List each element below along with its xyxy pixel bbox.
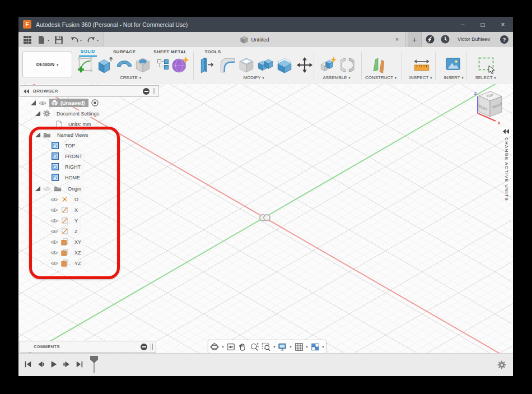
ribbon-divider <box>193 52 194 80</box>
document-tab[interactable]: Untitled × <box>104 32 406 47</box>
expander-icon[interactable] <box>35 111 40 116</box>
design-caret-icon: ▾ <box>57 63 58 67</box>
timeline-marker-handle[interactable] <box>90 356 98 363</box>
redo-caret-icon[interactable]: ▾ <box>97 38 99 42</box>
browser-panel-header[interactable]: BROWSER <box>20 85 159 97</box>
insert-group-label[interactable]: INSERT▾ <box>436 75 471 80</box>
display-settings-caret-icon[interactable]: ▾ <box>290 345 291 349</box>
inspect-caret-icon: ▾ <box>430 76 432 80</box>
redo-icon[interactable] <box>87 35 96 44</box>
user-account-name[interactable]: Victor Buhteev <box>458 36 490 42</box>
construction-plane-icon[interactable] <box>372 56 386 74</box>
collapse-left-icon[interactable] <box>503 129 510 134</box>
activate-radio-icon[interactable] <box>91 99 99 106</box>
select-label-text: SELECT <box>475 75 492 80</box>
measure-icon[interactable] <box>413 58 431 73</box>
document-tab-title: Untitled <box>251 36 269 43</box>
orbit-icon[interactable] <box>210 342 219 351</box>
origin-marker[interactable] <box>263 214 270 221</box>
press-pull-icon[interactable] <box>199 56 216 74</box>
hole-icon[interactable] <box>134 56 151 74</box>
select-caret-icon: ▾ <box>494 76 496 80</box>
create-group-label[interactable]: CREATE▾ <box>108 75 153 80</box>
tab-sheet-metal[interactable]: SHEET METAL <box>152 48 188 56</box>
tab-surface[interactable]: SURFACE <box>111 48 137 56</box>
new-tab-button[interactable]: + <box>408 32 422 47</box>
file-menu-caret-icon[interactable]: ▾ <box>48 38 49 42</box>
move-icon[interactable] <box>297 56 312 74</box>
assemble-group-label[interactable]: ASSEMBLE▾ <box>312 75 361 80</box>
tab-tools[interactable]: TOOLS <box>203 48 222 56</box>
navigation-toolbar: ▾ ▾ ▾ ▾ ▾ <box>208 340 326 354</box>
change-active-units-panel[interactable]: CHANGE ACTIVE UNITS <box>500 129 513 213</box>
browser-minimize-icon[interactable] <box>143 88 150 95</box>
create-form-icon[interactable] <box>171 56 189 74</box>
viewports-caret-icon[interactable]: ▾ <box>323 345 324 349</box>
combine-icon[interactable] <box>256 56 274 74</box>
select-group-label[interactable]: SELECT▾ <box>468 75 503 80</box>
inspect-group-label[interactable]: INSPECT▾ <box>402 75 440 80</box>
close-button[interactable]: × <box>493 17 513 32</box>
derive-icon[interactable] <box>157 58 169 72</box>
browser-collapse-icon[interactable] <box>24 89 30 94</box>
zoom-icon[interactable] <box>250 342 259 351</box>
viewcube-x-label: X <box>497 120 501 126</box>
comments-minimize-icon[interactable] <box>141 344 147 350</box>
browser-resize-grip[interactable] <box>153 88 155 94</box>
history-clock-icon[interactable] <box>441 35 450 44</box>
file-menu-icon[interactable] <box>37 35 46 44</box>
grid-snap-icon[interactable] <box>295 342 304 351</box>
zoom-window-caret-icon[interactable]: ▾ <box>273 345 275 349</box>
unsaved-selection[interactable]: (Unsaved) <box>49 99 88 107</box>
go-to-end-icon[interactable] <box>76 360 83 368</box>
quick-access-toolbar: ▾ ▾ ▾ Untitled × + Victor Buhteev ? <box>18 32 513 47</box>
fillet-icon[interactable] <box>218 56 236 74</box>
revolve-icon[interactable] <box>115 56 133 73</box>
maximize-button[interactable]: □ <box>473 17 493 32</box>
go-to-start-icon[interactable] <box>24 360 32 368</box>
new-component-icon[interactable] <box>319 56 337 74</box>
document-cube-icon <box>240 36 248 44</box>
create-sketch-icon[interactable] <box>76 56 94 74</box>
timeline-playback-controls <box>24 360 83 368</box>
undo-caret-icon[interactable]: ▾ <box>80 38 82 42</box>
modify-caret-icon: ▾ <box>263 76 264 80</box>
step-forward-icon[interactable] <box>63 360 71 368</box>
construct-group-label[interactable]: CONSTRUCT▾ <box>358 75 404 80</box>
tree-row-unsaved[interactable]: (Unsaved) <box>20 98 171 108</box>
joint-icon[interactable] <box>340 56 354 74</box>
split-body-icon[interactable] <box>276 56 293 74</box>
pan-icon[interactable] <box>238 342 247 351</box>
extrude-icon[interactable] <box>97 56 113 74</box>
save-icon[interactable] <box>54 35 63 44</box>
app-grid-icon[interactable] <box>23 35 32 44</box>
job-status-icon[interactable] <box>426 35 435 44</box>
zoom-window-icon[interactable] <box>262 342 270 351</box>
tab-solid[interactable]: SOLID <box>79 48 97 57</box>
expander-icon[interactable] <box>31 100 36 105</box>
display-settings-icon[interactable] <box>278 342 287 351</box>
help-icon[interactable]: ? <box>500 35 508 44</box>
undo-icon[interactable] <box>70 35 79 44</box>
ribbon-divider <box>435 52 436 80</box>
viewports-icon[interactable] <box>311 342 320 351</box>
eye-icon[interactable] <box>39 100 46 106</box>
minimize-button[interactable]: – <box>452 17 473 32</box>
comments-panel-header[interactable]: COMMENTS <box>20 341 156 353</box>
modify-group-label[interactable]: MODIFY▾ <box>231 75 276 80</box>
orbit-caret-icon[interactable]: ▾ <box>222 345 223 349</box>
timeline-settings-gear-icon[interactable] <box>497 360 506 369</box>
browser-panel-title: BROWSER <box>33 89 58 94</box>
look-at-icon[interactable] <box>226 342 235 351</box>
step-back-icon[interactable] <box>37 360 45 368</box>
play-icon[interactable] <box>50 360 58 368</box>
design-workspace-button[interactable]: DESIGN ▾ <box>22 52 72 77</box>
shell-icon[interactable] <box>238 56 255 74</box>
tab-close-icon[interactable]: × <box>393 35 401 43</box>
assemble-caret-icon: ▾ <box>349 76 351 80</box>
comments-resize-grip[interactable] <box>151 344 153 350</box>
grid-snap-caret-icon[interactable]: ▾ <box>306 345 308 349</box>
tree-row-document-settings[interactable]: Document Settings <box>20 109 175 118</box>
insert-image-icon[interactable] <box>445 56 461 72</box>
view-cube[interactable]: TOP FRONT RIGHT Z X <box>466 89 511 126</box>
